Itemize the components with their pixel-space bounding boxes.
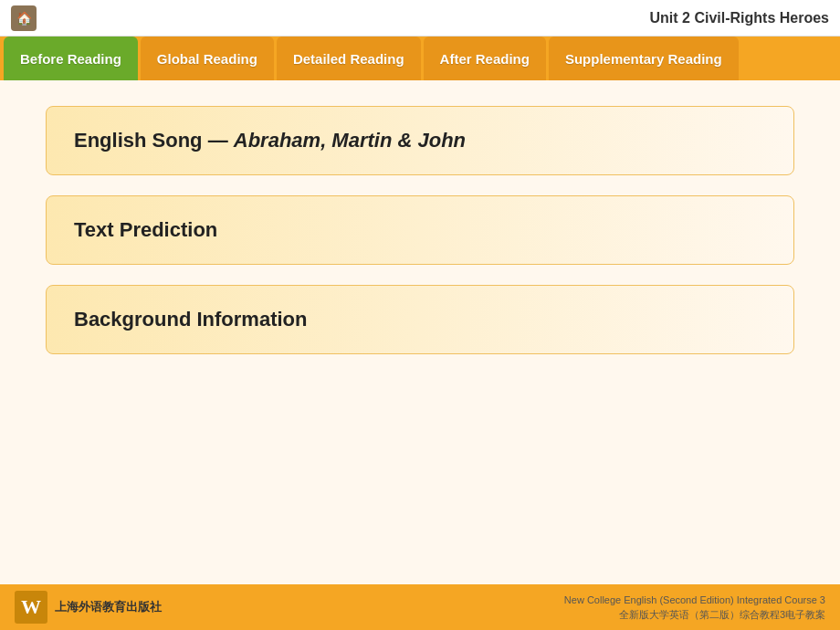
header-bar: 🏠 Unit 2 Civil-Rights Heroes [0, 0, 840, 37]
header-title: Unit 2 Civil-Rights Heroes [650, 10, 829, 26]
tab-global-reading[interactable]: Global Reading [141, 37, 274, 80]
tab-before-reading[interactable]: Before Reading [4, 37, 138, 80]
footer-logo: W 上海外语教育出版社 [15, 591, 162, 624]
slide-wrapper: 🏠 Unit 2 Civil-Rights Heroes Before Read… [0, 0, 840, 630]
text-prediction-card[interactable]: Text Prediction [46, 195, 794, 265]
tab-detailed-reading[interactable]: Detailed Reading [277, 37, 421, 80]
english-song-card[interactable]: English Song — Abraham, Martin & John [46, 106, 794, 175]
home-icon[interactable]: 🏠 [11, 5, 37, 31]
background-info-title: Background Information [74, 308, 766, 331]
tab-after-reading[interactable]: After Reading [424, 37, 546, 80]
footer-right-text: New College English (Second Edition) Int… [564, 593, 825, 623]
footer-line1: New College English (Second Edition) Int… [564, 593, 825, 608]
tab-supplementary-reading[interactable]: Supplementary Reading [549, 37, 739, 80]
footer-line2: 全新版大学英语（第二版）综合教程3电子教案 [564, 607, 825, 623]
footer: W 上海外语教育出版社 New College English (Second … [0, 584, 840, 630]
nav-tabs: Before Reading Global Reading Detailed R… [0, 37, 840, 80]
english-song-title: English Song — Abraham, Martin & John [74, 129, 766, 152]
main-content: English Song — Abraham, Martin & John Te… [0, 80, 840, 584]
background-info-card[interactable]: Background Information [46, 285, 794, 354]
footer-publisher: 上海外语教育出版社 [55, 599, 162, 615]
text-prediction-title: Text Prediction [74, 218, 766, 242]
logo-letter: W [15, 591, 47, 624]
